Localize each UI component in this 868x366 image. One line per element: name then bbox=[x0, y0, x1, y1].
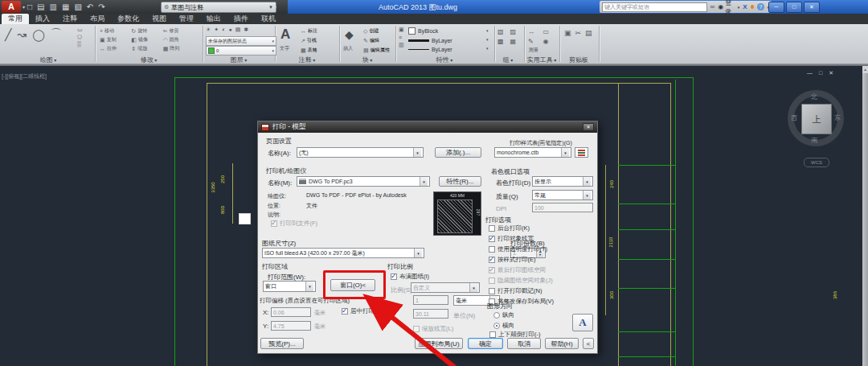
ribbon-tab[interactable]: 注释 bbox=[56, 14, 84, 24]
plot-dialog-titlebar[interactable]: 打印 - 模型 ✕ bbox=[258, 121, 597, 133]
grip-point[interactable] bbox=[239, 213, 251, 224]
panel-label-utilities[interactable]: 实用工具 bbox=[527, 56, 557, 64]
dpi-field[interactable]: 100 bbox=[532, 203, 593, 212]
plot-range-dropdown[interactable]: 窗口▾ bbox=[263, 281, 316, 292]
scrollbar-up-arrow[interactable]: ▴ bbox=[862, 66, 868, 73]
ribbon-tab[interactable]: 插件 bbox=[227, 14, 255, 24]
shade-plot-dropdown[interactable]: 按显示▾ bbox=[532, 176, 593, 187]
add-page-setup-button[interactable]: 添加(.)... bbox=[435, 147, 481, 158]
group-tool-icon[interactable]: ▦ bbox=[510, 38, 521, 45]
modify-tool[interactable]: ▣复制 bbox=[100, 36, 128, 43]
viewcube-top-face[interactable]: 上 bbox=[801, 104, 832, 134]
draw-side-icon[interactable]: ⬠ bbox=[77, 34, 83, 40]
ribbon-tab[interactable]: 输出 bbox=[200, 14, 227, 24]
ribbon-tab[interactable]: 参数化 bbox=[111, 14, 145, 24]
apply-to-layout-button[interactable]: 应用到布局(U) bbox=[415, 338, 463, 349]
search-input[interactable]: 键入关键字或短语 bbox=[602, 2, 707, 12]
group-tool-icon[interactable]: ▨ bbox=[510, 28, 521, 35]
scale-denominator-field[interactable]: 30.11 bbox=[413, 309, 448, 319]
panel-label-layers[interactable]: 图层 bbox=[231, 56, 248, 64]
modify-tool[interactable]: ◠圆角 bbox=[163, 36, 191, 43]
app-menu-caret-icon[interactable]: ▾ bbox=[23, 4, 25, 10]
search-binoculars-icon[interactable]: ∞ bbox=[710, 3, 715, 10]
viewcube-south[interactable]: 南 bbox=[811, 136, 817, 145]
quality-dropdown[interactable]: 常规▾ bbox=[532, 190, 593, 200]
utility-tool-icon[interactable]: ▭ bbox=[543, 28, 556, 35]
properties-expand-arrows[interactable]: ▾ ▾ ▾ bbox=[486, 28, 489, 51]
modify-tool[interactable]: ↔拉伸 bbox=[100, 45, 128, 52]
vertical-scrollbar[interactable] bbox=[862, 66, 868, 366]
panel-label-groups[interactable]: 组 bbox=[503, 56, 514, 64]
modify-tool[interactable]: ↻旋转 bbox=[131, 27, 159, 35]
property-tool-icon[interactable]: ≡ bbox=[399, 35, 404, 40]
draw-tool-icon[interactable]: ◯ bbox=[32, 28, 45, 41]
scale-dropdown[interactable]: 自定义▾ bbox=[411, 282, 480, 293]
offset-x-field[interactable]: 0.06 bbox=[271, 307, 311, 317]
qat-icon[interactable]: ↷ bbox=[98, 2, 104, 11]
layer-dropdown[interactable]: 0▾ bbox=[206, 46, 276, 56]
annotation-tool[interactable]: ↔标注 bbox=[301, 27, 317, 35]
preview-button[interactable]: 预览(P)... bbox=[260, 338, 304, 349]
modify-tool[interactable]: ✂修剪 bbox=[163, 27, 191, 35]
property-tool-icon[interactable]: ▣ bbox=[399, 27, 404, 33]
plot-option-checkbox[interactable]: 打印对象线宽 bbox=[489, 235, 554, 243]
panel-label-draw[interactable]: 绘图 bbox=[40, 56, 57, 64]
scale-numerator-field[interactable]: 1 bbox=[413, 295, 448, 305]
utility-tool-icon[interactable]: ↔ bbox=[528, 28, 541, 35]
qat-icon[interactable]: ▤ bbox=[37, 2, 44, 11]
help-button[interactable]: 帮助(H) bbox=[545, 338, 579, 349]
orientation-radio[interactable]: 纵向 bbox=[493, 311, 514, 319]
qat-customize-dropdown[interactable]: ▾ bbox=[274, 4, 276, 10]
wcs-dropdown[interactable]: WCS bbox=[804, 158, 829, 167]
collapse-dialog-button[interactable]: < bbox=[583, 338, 594, 349]
printer-properties-button[interactable]: 特性(R)... bbox=[439, 176, 481, 187]
object-color-dropdown[interactable]: ByBlock bbox=[408, 27, 452, 35]
linetype-dropdown[interactable]: ByLayer bbox=[408, 47, 452, 52]
ribbon-tab[interactable]: 布局 bbox=[84, 14, 111, 24]
paper-size-dropdown[interactable]: ISO full bleed A3 (420.00 x 297.00 毫米)▾ bbox=[262, 248, 424, 258]
layer-tool-icon[interactable]: ◐ bbox=[222, 27, 225, 33]
drawing-minimize-icon[interactable]: — bbox=[807, 70, 813, 76]
layer-state-dropdown[interactable]: 未保存的图层状态▾ bbox=[206, 36, 276, 46]
plot-option-checkbox[interactable]: 最后打印图纸空间 bbox=[489, 266, 554, 274]
edit-plot-style-button[interactable] bbox=[575, 147, 588, 158]
plot-option-checkbox[interactable]: 使用透明度打印(T) bbox=[489, 245, 554, 253]
draw-tool-icon[interactable]: ╱ bbox=[5, 28, 11, 41]
cancel-button[interactable]: 取消 bbox=[507, 338, 541, 349]
modify-tool[interactable]: ⇕缩放 bbox=[131, 45, 159, 52]
qat-icon[interactable]: ▥ bbox=[50, 2, 57, 11]
ok-button[interactable]: 确定 bbox=[468, 338, 503, 349]
plot-to-file-checkbox[interactable]: 打印到文件(F) bbox=[271, 220, 317, 228]
modify-tool[interactable]: +移动 bbox=[100, 27, 128, 35]
scale-lineweights-checkbox[interactable]: 缩放线宽(L) bbox=[413, 325, 453, 333]
annotation-tool[interactable]: ↗引线 bbox=[301, 37, 317, 44]
drawing-close-icon[interactable]: ✕ bbox=[829, 70, 833, 76]
ribbon-tab[interactable]: 联机 bbox=[255, 14, 282, 24]
help-icon[interactable]: ? bbox=[757, 3, 764, 10]
offset-y-field[interactable]: 4.75 bbox=[271, 321, 311, 331]
plot-option-checkbox[interactable]: 打开打印戳记(N) bbox=[489, 287, 554, 295]
viewcube-east[interactable]: 东 bbox=[834, 113, 841, 122]
layer-tool-icon[interactable]: ✦ bbox=[214, 27, 219, 33]
text-tool-label[interactable]: 文字 bbox=[280, 45, 289, 52]
layer-tool-icon[interactable]: ✱ bbox=[244, 27, 248, 33]
plot-option-checkbox[interactable]: 隐藏图纸空间对象(J) bbox=[489, 277, 554, 285]
qat-icon[interactable]: □ bbox=[27, 2, 32, 11]
panel-label-block[interactable]: 块 bbox=[362, 56, 373, 64]
layer-tool-icon[interactable]: ▤ bbox=[235, 27, 241, 33]
exchange-x-icon[interactable]: X bbox=[743, 3, 747, 10]
viewport-controls-label[interactable]: [-][俯视][二维线框] bbox=[2, 72, 47, 80]
layer-tool-icon[interactable]: ● bbox=[228, 27, 231, 33]
utility-tool-icon[interactable]: ◉ bbox=[543, 38, 556, 45]
group-tool-icon[interactable]: ▩ bbox=[497, 38, 508, 45]
block-tool[interactable]: ◇创建 bbox=[363, 27, 390, 35]
text-tool-icon[interactable]: A bbox=[280, 27, 290, 43]
ribbon-tab[interactable]: 常用 bbox=[2, 14, 29, 24]
layer-tool-icon[interactable]: ☀ bbox=[206, 27, 211, 33]
clipboard-tool-icon[interactable]: ✂ bbox=[575, 29, 582, 37]
printer-dropdown[interactable]: DWG To PDF.pc3▾ bbox=[297, 176, 430, 187]
modify-tool[interactable]: ◧镜像 bbox=[131, 36, 159, 43]
ribbon-tab[interactable]: 视图 bbox=[145, 14, 173, 24]
autocad-logo[interactable]: A bbox=[2, 1, 21, 13]
fit-to-paper-checkbox[interactable]: 布满图纸(I) bbox=[391, 273, 429, 281]
